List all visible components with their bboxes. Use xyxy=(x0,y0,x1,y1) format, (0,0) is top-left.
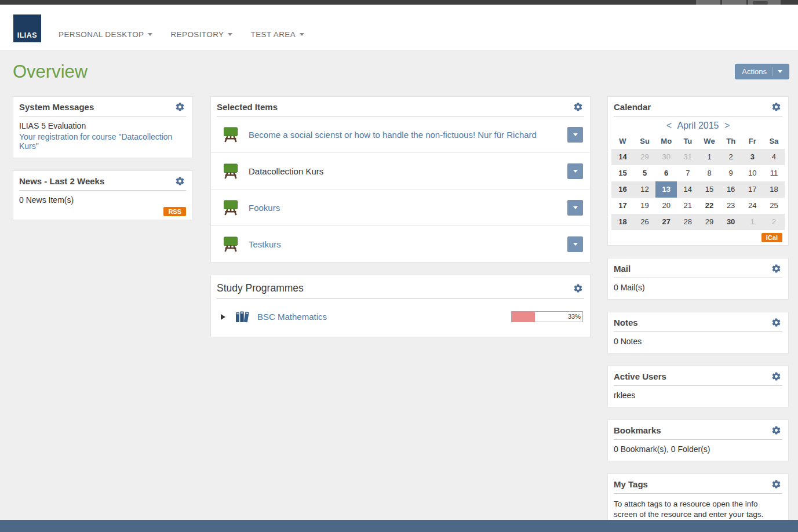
calendar-day[interactable]: 29 xyxy=(698,214,720,230)
mail-count: 0 Mail(s) xyxy=(608,278,788,299)
center-column: Selected Items Become a social scienst o… xyxy=(210,96,591,532)
calendar-day[interactable]: 29 xyxy=(634,149,655,165)
calendar-day[interactable]: 1 xyxy=(742,214,763,230)
calendar-day[interactable]: 26 xyxy=(634,214,655,230)
calendar-day[interactable]: 4 xyxy=(763,149,785,165)
calendar-day[interactable]: 2 xyxy=(763,214,785,230)
calendar-grid: WSuMoTuWeThFrSa1429303112341556789101116… xyxy=(608,134,788,230)
calendar-day[interactable]: 5 xyxy=(634,165,655,181)
calendar-day[interactable]: 24 xyxy=(742,198,763,214)
calendar-day[interactable]: 28 xyxy=(677,214,698,230)
topbar-button-stub[interactable] xyxy=(696,0,720,5)
calendar-day[interactable]: 18 xyxy=(763,181,785,198)
gear-icon[interactable] xyxy=(771,264,781,274)
calendar-day[interactable]: 21 xyxy=(677,198,698,214)
calendar-day[interactable]: 30 xyxy=(655,149,677,165)
calendar-day[interactable]: 27 xyxy=(655,214,677,230)
gear-icon[interactable] xyxy=(771,318,781,327)
gear-icon[interactable] xyxy=(771,479,781,489)
calendar-day[interactable]: 7 xyxy=(677,165,698,181)
books-icon xyxy=(234,309,250,325)
calendar-day[interactable]: 31 xyxy=(677,149,698,165)
expand-arrow-icon[interactable] xyxy=(221,314,225,320)
footer-bar xyxy=(0,520,798,532)
panel-title: News - Last 2 Weeks xyxy=(19,176,104,186)
actions-button[interactable]: Actions xyxy=(735,64,789,79)
course-icon xyxy=(223,126,239,143)
course-icon xyxy=(223,199,239,216)
gear-icon[interactable] xyxy=(573,283,583,293)
calendar-month-nav: < April 2015 > xyxy=(608,116,788,134)
ical-badge[interactable]: iCal xyxy=(761,233,782,242)
gear-icon[interactable] xyxy=(175,102,185,112)
calendar-day[interactable]: 12 xyxy=(634,181,655,198)
mail-panel: Mail 0 Mail(s) xyxy=(607,258,789,300)
calendar-day[interactable]: 22 xyxy=(698,198,720,214)
selected-item-link[interactable]: Become a social scienst or how to handle… xyxy=(249,130,567,140)
bookmarks-count: 0 Bookmark(s), 0 Folder(s) xyxy=(608,440,788,461)
calendar-day-selected[interactable]: 13 xyxy=(655,181,677,198)
gear-icon[interactable] xyxy=(175,176,185,186)
calendar-day[interactable]: 30 xyxy=(720,214,742,230)
item-actions-dropdown-button[interactable] xyxy=(567,200,583,216)
nav-item-personal-desktop[interactable]: PERSONAL DESKTOP xyxy=(59,30,152,39)
calendar-day[interactable]: 8 xyxy=(698,165,720,181)
item-actions-dropdown-button[interactable] xyxy=(567,127,583,143)
calendar-next-button[interactable]: > xyxy=(724,121,730,130)
page-head: Overview Actions xyxy=(0,51,798,96)
chevron-down-icon xyxy=(573,206,578,209)
calendar-prev-button[interactable]: < xyxy=(666,121,672,130)
calendar-day-header: Mo xyxy=(655,134,677,149)
panel-title: Selected Items xyxy=(217,102,278,112)
calendar-day[interactable]: 16 xyxy=(720,181,742,198)
topbar-buttons xyxy=(696,0,781,5)
nav-item-repository[interactable]: REPOSITORY xyxy=(170,30,232,39)
calendar-day[interactable]: 25 xyxy=(763,198,785,214)
calendar-day[interactable]: 1 xyxy=(698,149,720,165)
calendar-day[interactable]: 14 xyxy=(677,181,698,198)
nav-item-label: REPOSITORY xyxy=(170,30,224,39)
calendar-day[interactable]: 2 xyxy=(720,149,742,165)
calendar-week-number: 17 xyxy=(611,198,634,214)
calendar-day-header: We xyxy=(698,134,720,149)
calendar-day[interactable]: 10 xyxy=(742,165,763,181)
gear-icon[interactable] xyxy=(573,102,583,112)
calendar-day[interactable]: 23 xyxy=(720,198,742,214)
panel-title: System Messages xyxy=(19,102,94,112)
right-column: Calendar < April 2015 > WSuMoTuWeThFrSa1… xyxy=(607,96,789,532)
nav-item-test-area[interactable]: TEST AREA xyxy=(250,30,304,39)
item-actions-dropdown-button[interactable] xyxy=(567,163,583,179)
chevron-down-icon xyxy=(573,133,578,136)
calendar-week-number: 15 xyxy=(611,165,634,181)
calendar-day[interactable]: 6 xyxy=(655,165,677,181)
selected-item-link[interactable]: Testkurs xyxy=(249,239,567,249)
topbar-button-stub[interactable] xyxy=(722,0,746,5)
ilias-logo[interactable]: ILIAS xyxy=(13,14,41,42)
chevron-down-icon xyxy=(300,33,304,36)
item-actions-dropdown-button[interactable] xyxy=(567,236,583,252)
gear-icon[interactable] xyxy=(771,425,781,435)
gear-icon[interactable] xyxy=(771,102,781,112)
calendar-day-header: Th xyxy=(720,134,742,149)
calendar-day[interactable]: 19 xyxy=(634,198,655,214)
button-divider xyxy=(772,67,773,76)
calendar-day[interactable]: 9 xyxy=(720,165,742,181)
calendar-day[interactable]: 20 xyxy=(655,198,677,214)
topbar-search-button[interactable] xyxy=(748,0,781,5)
panel-title: Calendar xyxy=(614,102,651,112)
study-programme-link[interactable]: BSC Mathematics xyxy=(257,312,327,322)
gear-icon[interactable] xyxy=(771,371,781,381)
selected-item-link[interactable]: Fookurs xyxy=(249,203,567,213)
active-users-panel: Active Users rklees xyxy=(607,366,789,407)
calendar-day[interactable]: 17 xyxy=(742,181,763,198)
calendar-day[interactable]: 11 xyxy=(763,165,785,181)
calendar-month-label[interactable]: April 2015 xyxy=(677,121,719,130)
system-message-link[interactable]: Your registration for course "Datacollec… xyxy=(19,132,172,151)
calendar-day[interactable]: 3 xyxy=(742,149,763,165)
chevron-down-icon xyxy=(148,33,152,36)
calendar-day-header: Fr xyxy=(742,134,763,149)
rss-badge[interactable]: RSS xyxy=(163,207,186,216)
calendar-day[interactable]: 15 xyxy=(698,181,720,198)
main-header: ILIAS PERSONAL DESKTOPREPOSITORYTEST ARE… xyxy=(0,5,798,51)
news-count: 0 News Item(s) xyxy=(19,195,185,205)
